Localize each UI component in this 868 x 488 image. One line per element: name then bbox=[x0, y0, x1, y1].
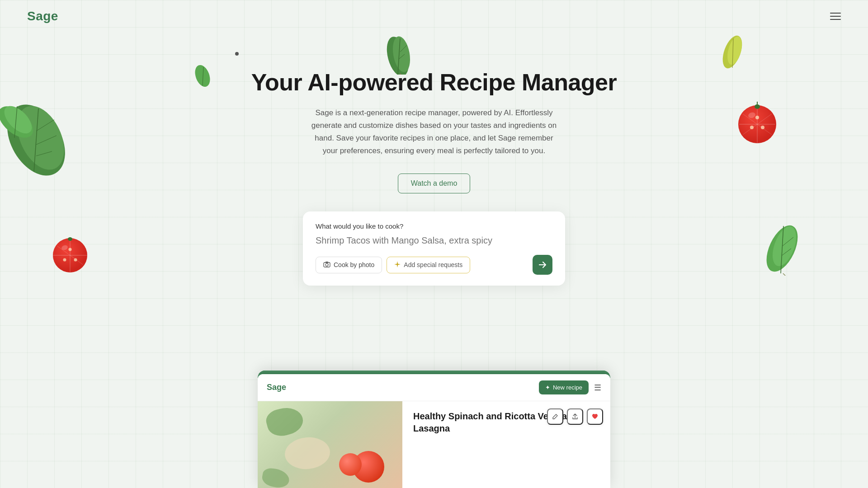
edit-recipe-button[interactable] bbox=[547, 408, 563, 425]
watch-demo-button[interactable]: Watch a demo bbox=[398, 174, 471, 193]
menu-button[interactable] bbox=[830, 13, 841, 20]
search-action-buttons: Cook by photo Add special requests bbox=[316, 257, 470, 273]
recipe-image bbox=[258, 401, 402, 488]
sparkle-icon bbox=[394, 261, 401, 269]
menu-line bbox=[830, 16, 841, 17]
svg-rect-50 bbox=[326, 262, 328, 263]
navbar: Sage bbox=[0, 0, 868, 33]
search-input[interactable] bbox=[316, 235, 552, 246]
recipe-info: Healthy Spinach and Ricotta Vegetarian L… bbox=[402, 401, 610, 488]
app-logo: Sage bbox=[267, 383, 286, 392]
cook-by-photo-button[interactable]: Cook by photo bbox=[316, 257, 382, 273]
camera-icon bbox=[323, 261, 330, 269]
share-recipe-button[interactable] bbox=[567, 408, 583, 425]
main-content: Your AI-powered Recipe Manager Sage is a… bbox=[0, 33, 868, 286]
recipe-actions bbox=[547, 408, 603, 425]
new-recipe-icon: ✦ bbox=[545, 384, 550, 391]
svg-point-49 bbox=[326, 263, 328, 266]
hero-subtitle: Sage is a next-generation recipe manager… bbox=[307, 107, 561, 157]
menu-line bbox=[830, 13, 841, 14]
app-preview: Sage ✦ New recipe ☰ Health bbox=[258, 371, 610, 488]
cook-by-photo-label: Cook by photo bbox=[334, 261, 374, 268]
new-recipe-button[interactable]: ✦ New recipe bbox=[539, 380, 589, 394]
special-requests-label: Add special requests bbox=[404, 261, 462, 268]
logo: Sage bbox=[27, 9, 58, 23]
search-actions: Cook by photo Add special requests bbox=[316, 255, 552, 275]
search-label: What would you like to cook? bbox=[316, 222, 552, 230]
favorite-recipe-button[interactable] bbox=[587, 408, 603, 425]
search-card: What would you like to cook? Cook by pho… bbox=[303, 211, 565, 286]
hero-title: Your AI-powered Recipe Manager bbox=[251, 69, 617, 96]
menu-line bbox=[830, 19, 841, 20]
submit-button[interactable] bbox=[533, 255, 552, 275]
add-special-requests-button[interactable]: Add special requests bbox=[387, 257, 470, 273]
app-navbar: Sage ✦ New recipe ☰ bbox=[258, 374, 610, 401]
new-recipe-label: New recipe bbox=[553, 384, 582, 391]
app-menu-icon[interactable]: ☰ bbox=[594, 383, 601, 393]
